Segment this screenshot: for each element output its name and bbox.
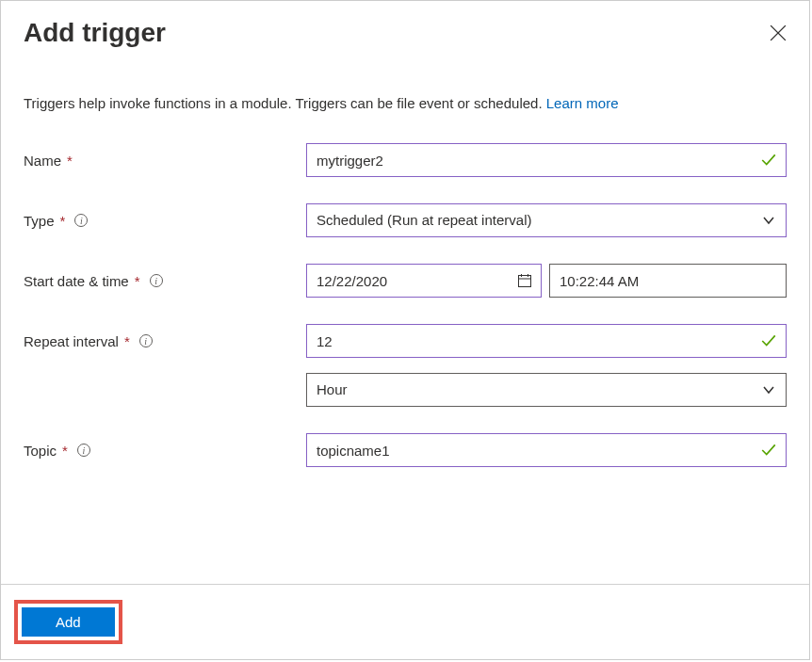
repeat-unit-row: Hour [24,373,787,407]
info-icon[interactable]: i [139,334,153,347]
repeat-interval-label: Repeat interval * i [24,333,306,349]
info-icon[interactable]: i [74,214,88,227]
start-time-input[interactable] [549,264,787,298]
required-star: * [62,443,68,459]
name-label-text: Name [24,153,61,169]
topic-row: Topic * i [24,433,787,467]
start-datetime-row: Start date & time * i [24,264,787,298]
type-label-text: Type [24,213,55,229]
info-icon[interactable]: i [77,444,90,457]
start-date-label-text: Start date & time [24,273,129,289]
start-date-input[interactable] [306,264,542,298]
type-label: Type * i [24,213,306,229]
panel-content: Triggers help invoke functions in a modu… [1,57,809,584]
repeat-interval-row: Repeat interval * i [24,324,787,358]
add-trigger-panel: Add trigger Triggers help invoke functio… [0,0,810,660]
type-select[interactable]: Scheduled (Run at repeat interval) [306,203,787,237]
name-row: Name * [24,143,787,177]
add-button[interactable]: Add [22,607,115,637]
add-button-highlight: Add [14,600,122,644]
repeat-interval-input[interactable] [306,324,787,358]
required-star: * [60,213,66,229]
start-datetime-label: Start date & time * i [24,273,306,289]
close-icon[interactable] [770,24,787,41]
name-label: Name * [24,153,306,169]
topic-label-text: Topic [24,443,57,459]
name-input[interactable] [306,143,787,177]
repeat-unit-select[interactable]: Hour [306,373,787,407]
panel-footer: Add [1,584,809,659]
panel-header: Add trigger [1,1,809,57]
repeat-interval-label-text: Repeat interval [24,333,119,349]
type-row: Type * i Scheduled (Run at repeat interv… [24,203,787,237]
topic-input[interactable] [306,433,787,467]
required-star: * [135,273,140,289]
required-star: * [124,333,130,349]
page-title: Add trigger [24,18,166,48]
description-body: Triggers help invoke functions in a modu… [24,95,546,111]
description-text: Triggers help invoke functions in a modu… [24,95,787,111]
topic-label: Topic * i [24,443,306,459]
required-star: * [67,153,73,169]
info-icon[interactable]: i [150,274,163,287]
learn-more-link[interactable]: Learn more [546,95,619,111]
